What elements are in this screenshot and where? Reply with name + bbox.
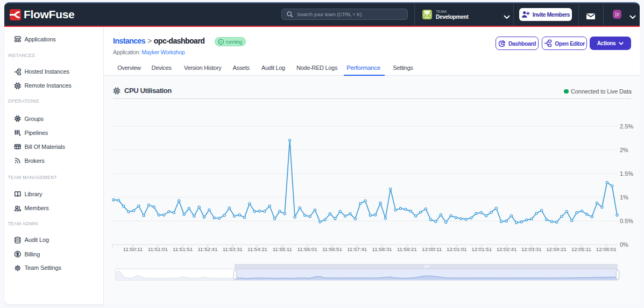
svg-text:11:53:31: 11:53:31	[223, 246, 243, 252]
svg-text:11:50:11: 11:50:11	[123, 246, 143, 252]
svg-text:12:03:31: 12:03:31	[521, 246, 542, 252]
svg-text:0.5%: 0.5%	[620, 218, 633, 224]
svg-text:11:56:51: 11:56:51	[322, 246, 342, 252]
svg-text:2.5%: 2.5%	[620, 123, 633, 130]
svg-text:0%: 0%	[620, 241, 628, 248]
svg-text:11:59:21: 11:59:21	[397, 246, 417, 252]
svg-text:11:52:41: 11:52:41	[197, 246, 217, 252]
svg-text:12:02:41: 12:02:41	[497, 246, 517, 252]
svg-text:12:00:11: 12:00:11	[422, 246, 442, 252]
svg-text:12:01:51: 12:01:51	[471, 246, 492, 252]
svg-text:11:57:41: 11:57:41	[347, 246, 367, 252]
svg-text:1%: 1%	[620, 194, 628, 200]
svg-text:11:58:31: 11:58:31	[372, 246, 392, 252]
svg-text:11:56:01: 11:56:01	[298, 246, 317, 252]
svg-text:12:04:21: 12:04:21	[546, 246, 567, 252]
svg-text:11:54:21: 11:54:21	[247, 246, 267, 252]
svg-text:12:01:01: 12:01:01	[447, 246, 467, 252]
svg-text:12:06:01: 12:06:01	[596, 246, 617, 252]
svg-text:12:05:11: 12:05:11	[571, 246, 591, 252]
svg-text:11:51:51: 11:51:51	[173, 246, 193, 252]
svg-text:11:55:11: 11:55:11	[273, 246, 292, 252]
svg-text:11:51:01: 11:51:01	[148, 246, 168, 252]
svg-text:1.5%: 1.5%	[620, 170, 633, 177]
svg-text:2%: 2%	[620, 147, 628, 153]
